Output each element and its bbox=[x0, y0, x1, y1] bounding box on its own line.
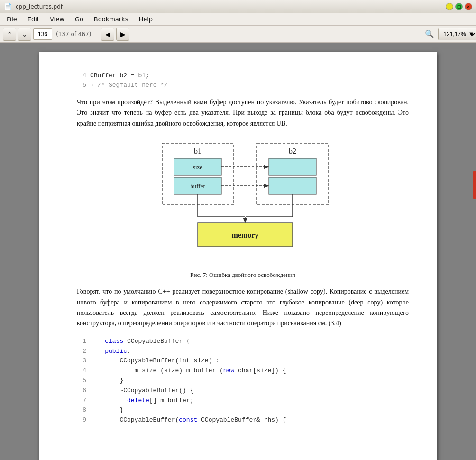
line-number: 9 bbox=[77, 415, 86, 425]
line-number: 5 bbox=[77, 81, 86, 90]
line-number: 2 bbox=[77, 347, 86, 357]
svg-text:b1: b1 bbox=[194, 147, 201, 155]
window-controls: − □ × bbox=[446, 3, 472, 10]
code-text: ~CCopyableBuffer() { bbox=[90, 386, 193, 396]
line-number: 7 bbox=[77, 396, 86, 406]
line-number: 8 bbox=[77, 405, 86, 415]
code-text: CBuffer b2 = b1; bbox=[90, 71, 149, 81]
menubar: File Edit View Go Bookmarks Help bbox=[0, 13, 476, 26]
zoom-select[interactable]: 50% 75% 100% 121,17% 150% 200% bbox=[438, 28, 476, 40]
code-text: } bbox=[90, 405, 123, 415]
titlebar: 📄 cpp_lectures.pdf − □ × bbox=[0, 0, 476, 13]
code-line-5: 5 } /* Segfault here */ bbox=[77, 81, 409, 90]
toolbar-separator bbox=[97, 28, 97, 40]
line-number: 4 bbox=[77, 71, 86, 81]
code-line-3: 3 CCopyableBuffer(int size) : bbox=[77, 356, 409, 366]
toolbar: ⌃ ⌄ 136 (137 of 467) ◀ ▶ 🔍 50% 75% 100% … bbox=[0, 26, 476, 43]
code-line-6: 6 ~CCopyableBuffer() { bbox=[77, 386, 409, 396]
page-number-input[interactable]: 136 bbox=[33, 28, 52, 40]
maximize-button[interactable]: □ bbox=[455, 3, 463, 10]
figure-caption: Рис. 7: Ошибка двойного освобождения bbox=[77, 271, 409, 279]
search-button[interactable]: 🔍 bbox=[423, 28, 436, 41]
code-line-9: 9 CCopyableBuffer(const CCopyableBuffer&… bbox=[77, 415, 409, 425]
code-text: } bbox=[90, 376, 123, 386]
code-line-4: 4 CBuffer b2 = b1; bbox=[77, 71, 409, 81]
menu-file[interactable]: File bbox=[2, 15, 22, 24]
svg-text:b2: b2 bbox=[289, 147, 296, 155]
code-text: } /* Segfault here */ bbox=[90, 81, 168, 90]
line-number: 1 bbox=[77, 337, 86, 347]
next-nav-button[interactable]: ▶ bbox=[116, 28, 129, 41]
close-button[interactable]: × bbox=[465, 3, 472, 10]
window-title: cpp_lectures.pdf bbox=[16, 3, 442, 10]
page-info: (137 of 467) bbox=[54, 31, 93, 37]
code-text: CCopyableBuffer(const CCopyableBuffer& r… bbox=[90, 415, 286, 425]
menu-view[interactable]: View bbox=[45, 15, 69, 24]
menu-bookmarks[interactable]: Bookmarks bbox=[89, 15, 133, 24]
paragraph-1: Что при этом произойдёт? Выделенный вами… bbox=[77, 97, 409, 129]
code-text: delete[] m_buffer; bbox=[90, 396, 193, 406]
code-block-bottom: 1 class CCopyableBuffer { 2 public: 3 CC… bbox=[77, 337, 409, 425]
code-text: CCopyableBuffer(int size) : bbox=[90, 356, 220, 366]
search-icon: 🔍 bbox=[425, 29, 434, 38]
diagram-container: b1 size buffer b2 bbox=[77, 138, 409, 262]
line-number: 5 bbox=[77, 376, 86, 386]
code-line-2: 2 public: bbox=[77, 347, 409, 357]
menu-help[interactable]: Help bbox=[134, 15, 157, 24]
scroll-indicator[interactable] bbox=[473, 171, 476, 199]
app-icon: 📄 bbox=[4, 3, 12, 10]
code-text: class CCopyableBuffer { bbox=[90, 337, 190, 347]
line-number: 4 bbox=[77, 366, 86, 376]
code-text: m_size (size) m_buffer (new char[size]) … bbox=[90, 366, 286, 376]
minimize-button[interactable]: − bbox=[446, 3, 453, 10]
prev-nav-button[interactable]: ◀ bbox=[101, 28, 114, 41]
prev-page-button[interactable]: ⌃ bbox=[3, 28, 16, 41]
svg-text:memory: memory bbox=[232, 231, 259, 239]
code-line-5b: 5 } bbox=[77, 376, 409, 386]
paragraph-2: Говорят, что по умолчанию C++ реализует … bbox=[77, 286, 409, 329]
line-number: 6 bbox=[77, 386, 86, 396]
next-page-button[interactable]: ⌄ bbox=[18, 28, 31, 41]
code-line-4b: 4 m_size (size) m_buffer (new char[size]… bbox=[77, 366, 409, 376]
svg-text:size: size bbox=[193, 164, 202, 171]
svg-text:buffer: buffer bbox=[190, 183, 205, 190]
code-line-7: 7 delete[] m_buffer; bbox=[77, 396, 409, 406]
svg-rect-8 bbox=[269, 158, 316, 175]
pdf-page: 4 CBuffer b2 = b1; 5 } /* Segfault here … bbox=[39, 52, 437, 460]
memory-diagram: b1 size buffer b2 bbox=[148, 138, 338, 262]
pdf-area[interactable]: 4 CBuffer b2 = b1; 5 } /* Segfault here … bbox=[0, 43, 476, 460]
code-line-8: 8 } bbox=[77, 405, 409, 415]
code-line-1: 1 class CCopyableBuffer { bbox=[77, 337, 409, 347]
menu-go[interactable]: Go bbox=[70, 15, 88, 24]
line-number: 3 bbox=[77, 356, 86, 366]
menu-edit[interactable]: Edit bbox=[23, 15, 44, 24]
code-block-top: 4 CBuffer b2 = b1; 5 } /* Segfault here … bbox=[77, 71, 409, 90]
code-text: public: bbox=[90, 347, 131, 357]
svg-rect-9 bbox=[269, 177, 316, 194]
